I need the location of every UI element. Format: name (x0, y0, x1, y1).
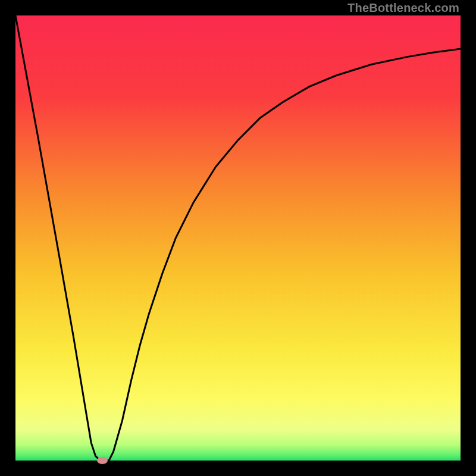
watermark-text: TheBottleneck.com (347, 1, 459, 15)
optimal-point-marker (97, 457, 108, 464)
plot-area (15, 15, 461, 461)
chart-canvas (15, 15, 461, 461)
chart-frame: TheBottleneck.com (0, 0, 476, 476)
